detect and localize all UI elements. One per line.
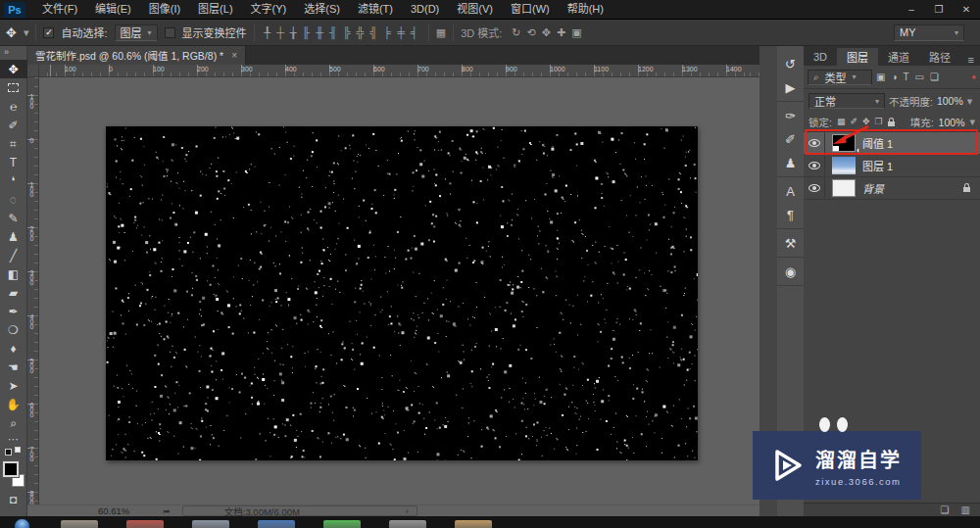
taskbar-app-icon[interactable]: [192, 520, 229, 528]
quick-mask-button[interactable]: ◘: [10, 493, 17, 506]
lock-position-icon[interactable]: ✥: [862, 118, 870, 126]
align-vertical-centers-icon[interactable]: ┼: [276, 27, 284, 38]
taskbar-app-icon[interactable]: [389, 520, 426, 528]
distribute-right-edges-icon[interactable]: ╡: [411, 27, 418, 38]
clone-source-panel-icon[interactable]: ♟: [777, 151, 804, 174]
visibility-cell[interactable]: [804, 132, 825, 154]
filter-type-dropdown[interactable]: ⌕ 类型 ▾: [808, 70, 872, 85]
paragraph-panel-icon[interactable]: ¶: [777, 203, 804, 226]
zoom-tool[interactable]: ⌕: [0, 413, 27, 432]
crop-tool[interactable]: ⌗: [0, 134, 27, 153]
menu-item-edit[interactable]: 编辑(E): [86, 0, 140, 19]
cc-libraries-icon[interactable]: ◉: [777, 260, 804, 283]
filter-pixel-layers-icon[interactable]: ▣: [876, 72, 885, 82]
taskbar-app-icon[interactable]: [258, 520, 295, 528]
type-tool[interactable]: T: [0, 153, 27, 171]
align-left-edges-icon[interactable]: ╟: [303, 27, 311, 38]
healing-brush-tool[interactable]: ◌: [0, 190, 27, 209]
panel-tab-3D[interactable]: 3D: [804, 48, 837, 66]
taskbar-app-icon[interactable]: [455, 520, 492, 528]
menu-item-view[interactable]: 视图(V): [448, 0, 502, 19]
filter-smart-objects-icon[interactable]: ❏: [930, 72, 939, 82]
taskbar-app-icon[interactable]: [61, 520, 98, 528]
status-expand-icon[interactable]: ›: [406, 506, 409, 516]
path-selection-tool[interactable]: ➤: [0, 376, 27, 395]
align-top-edges-icon[interactable]: ╀: [265, 27, 271, 38]
brush-tool[interactable]: ✎: [0, 209, 27, 227]
collapse-toolbar-button[interactable]: »: [0, 46, 26, 60]
distribute-top-edges-icon[interactable]: ╠: [343, 27, 351, 38]
move-tool[interactable]: ✥: [0, 60, 27, 78]
taskbar-app-icon[interactable]: [126, 520, 164, 528]
auto-select-target-dropdown[interactable]: 图层 ▾: [115, 24, 158, 41]
new-layer-icon[interactable]: ❏: [941, 505, 950, 515]
layer-thumbnail[interactable]: [832, 157, 856, 174]
opacity-value[interactable]: 100%: [937, 95, 963, 107]
document-canvas[interactable]: [106, 126, 698, 460]
close-button[interactable]: ✕: [953, 0, 980, 19]
brush-presets-panel-icon[interactable]: ✐: [777, 127, 804, 151]
lock-image-icon[interactable]: ✐: [850, 118, 858, 126]
zoom-level-field[interactable]: 60.61%: [98, 505, 129, 516]
filter-switch-icon[interactable]: ●: [971, 72, 976, 81]
layer-row[interactable]: 背景: [804, 177, 980, 200]
menu-item-filter[interactable]: 滤镜(T): [349, 0, 402, 19]
dodge-tool[interactable]: ❍: [0, 320, 27, 339]
menu-item-window[interactable]: 窗口(W): [502, 0, 559, 19]
auto-select-checkbox[interactable]: ✓: [43, 27, 54, 38]
line-tool[interactable]: ╱: [0, 246, 27, 264]
distribute-vertical-centers-icon[interactable]: ╬: [357, 27, 365, 38]
chevron-down-icon[interactable]: ▾: [969, 117, 975, 127]
brush-settings-panel-icon[interactable]: ✑: [777, 104, 804, 127]
filter-type-layers-icon[interactable]: T: [904, 72, 909, 82]
workspace-dropdown[interactable]: MY ▾: [894, 24, 964, 41]
document-tab[interactable]: 雪花制作.psd @ 60.6% (阈值 1, RGB/8) * ×: [27, 46, 246, 65]
marquee-tool[interactable]: [0, 78, 27, 97]
panel-tab-路径[interactable]: 路径: [919, 48, 960, 66]
menu-item-image[interactable]: 图像(I): [140, 0, 189, 19]
blur-tool[interactable]: ♦: [0, 339, 27, 358]
swap-colors-icon[interactable]: [5, 447, 23, 458]
panel-tab-图层[interactable]: 图层: [837, 48, 878, 66]
visibility-cell[interactable]: [804, 155, 825, 176]
taskbar-app-icon[interactable]: [323, 520, 361, 528]
chevron-down-icon[interactable]: ▾: [967, 96, 973, 107]
show-transform-checkbox[interactable]: [165, 27, 175, 38]
hand-tool[interactable]: ✋: [0, 395, 27, 413]
menu-item-file[interactable]: 文件(F): [33, 0, 86, 19]
tool-preset-caret-icon[interactable]: ▾: [24, 27, 29, 38]
character-panel-icon[interactable]: A: [777, 179, 804, 203]
lasso-tool[interactable]: ℮: [0, 97, 27, 116]
align-horizontal-centers-icon[interactable]: ╫: [316, 27, 323, 38]
export-icon[interactable]: ➦: [163, 506, 171, 516]
visibility-toggle-icon[interactable]: [808, 162, 820, 169]
smudge-tool[interactable]: ☚: [0, 358, 27, 376]
menu-item-layer[interactable]: 图层(L): [189, 0, 241, 19]
tool-presets-panel-icon[interactable]: ⚒: [777, 231, 804, 255]
panel-menu-icon[interactable]: ≡: [962, 54, 980, 66]
lock-artboard-icon[interactable]: ❐: [875, 118, 883, 126]
layer-thumbnail[interactable]: [832, 179, 856, 197]
blend-mode-dropdown[interactable]: 正常 ▾: [808, 93, 885, 109]
menu-item-3d[interactable]: 3D(D): [402, 0, 448, 19]
lock-transparency-icon[interactable]: ▦: [837, 118, 846, 126]
restore-button[interactable]: ❐: [925, 0, 953, 19]
edit-toolbar-button[interactable]: ⋯: [0, 432, 27, 447]
menu-item-type[interactable]: 文字(Y): [242, 0, 296, 19]
layer-row[interactable]: 图层 1: [804, 155, 980, 177]
filter-adjustment-layers-icon[interactable]: ◑: [891, 72, 897, 82]
distribute-left-edges-icon[interactable]: ╞: [383, 27, 391, 38]
auto-align-icon[interactable]: ▦: [436, 27, 446, 38]
close-document-icon[interactable]: ×: [231, 50, 237, 61]
layer-row[interactable]: ◐阈值 1: [804, 132, 980, 155]
panel-tab-通道[interactable]: 通道: [878, 48, 919, 66]
3d-drag-icon[interactable]: ✥: [542, 27, 551, 38]
pen-tool[interactable]: ✒: [0, 302, 27, 320]
3d-slide-icon[interactable]: ✚: [557, 27, 565, 38]
3d-rotate-icon[interactable]: ↻: [512, 27, 520, 38]
start-button[interactable]: [14, 518, 30, 528]
layer-thumbnail[interactable]: ◐: [832, 134, 856, 152]
delete-layer-icon[interactable]: ▥: [961, 505, 970, 515]
filter-shape-layers-icon[interactable]: ▭: [915, 72, 924, 82]
3d-scale-icon[interactable]: ▣: [571, 27, 581, 38]
